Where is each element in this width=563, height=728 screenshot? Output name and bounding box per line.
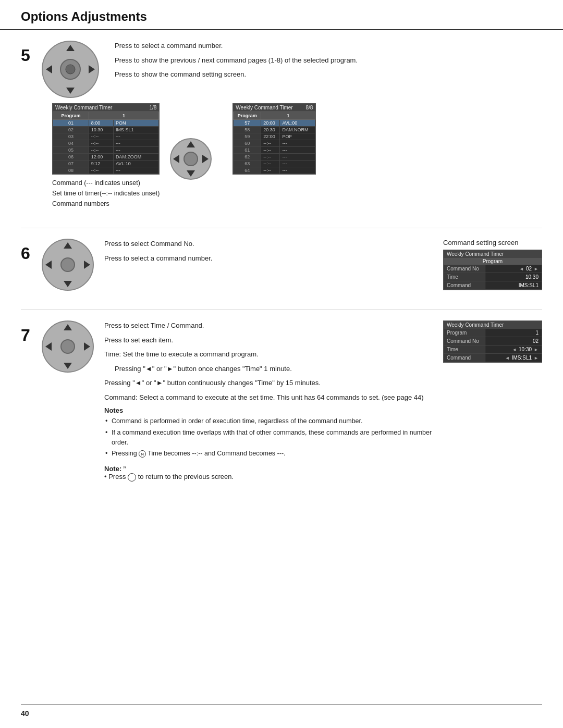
section-7: 7 Press to select Time / Command. Press … [21,320,542,482]
section-number-7: 7 [21,326,42,345]
dpad6-arrow-left [45,261,52,269]
section6-body: Press to select Command No. Press to sel… [42,239,542,291]
section5-top: Press to select a command number. Press … [42,41,542,98]
screen2-wrapper: Weekly Command Timer 8/8 Program 1 [232,103,316,209]
dpad-center-5 [60,59,81,80]
screen2-title: Weekly Command Timer [236,105,292,110]
page-footer: 40 [21,705,542,718]
cmd-screen-7: Weekly Command Timer Program 1 Command N… [443,320,542,363]
screen1-wrapper: Weekly Command Timer 1/8 Program 1 [52,103,160,209]
divider-6-7 [21,310,542,310]
nav-arrow-right [202,155,209,163]
note-3-text: Pressing N Time becomes --:-- and Comman… [112,450,286,457]
dpad6-arrow-down [64,281,72,287]
section6-right: Command setting screen Weekly Command Ti… [422,239,542,290]
dpad7-arrow-right [84,342,90,351]
nav-arrow-up [187,141,195,147]
arrow-left-5 [46,65,52,73]
cmd-screen7-program-value: 1 [485,329,542,337]
section7-callout1: Press to select Time / Command. [104,320,433,331]
notes-title: Notes [104,406,433,414]
cmd-screen6-row: Time10:30 [444,273,542,281]
cmd-screen7-program-row: Program 1 [444,329,542,337]
section5-screens: Weekly Command Timer 1/8 Program 1 [42,103,542,209]
section6-callout1: Press to select Command No. [104,239,422,249]
cmd-screen6-header: Weekly Command Timer [444,250,542,258]
dpad6-arrow-right [84,261,90,269]
section7-callout6: Command: Select a command to execute at … [104,392,433,403]
arrow-up-5 [66,45,75,51]
section7-callout5: Pressing "◄" or "►" button continuously … [104,378,433,388]
note-2: If a command execution time overlaps wit… [104,428,433,448]
annotation1: Command (--- indicates unset) [52,178,160,188]
screen1-table: Program 1 018:00PON0210:30IMS:SL103--:--… [53,112,159,174]
section7-callout3: Time: Set the time to execute a command … [104,349,433,360]
screen1-col-program: Program [53,112,89,120]
cmd-screen6-subheader: Program [444,258,542,265]
cmd-screen7-header: Weekly Command Timer [444,321,542,329]
annotation3: Command numbers [52,199,160,209]
page-title: Options Adjustments [21,9,542,24]
arrow-right-5 [89,65,95,73]
dpad7-arrow-up [64,324,72,330]
page-content: 5 [0,41,563,482]
dpad6-center [60,257,75,272]
section7-body: Press to select Time / Command. Press to… [42,320,542,482]
note-1-text: Command is performed in order of executi… [112,417,362,425]
cmd-setting-label: Command setting screen [443,239,542,246]
notes-block: Notes Command is performed in order of e… [104,406,433,459]
nav-dpad-wrapper [170,108,222,209]
section7-callout2: Press to set each item. [104,335,433,346]
screen2-page: 8/8 [305,105,313,110]
note-r-sup: R [124,465,127,473]
section6-callouts: Press to select Command No. Press to sel… [104,239,422,267]
nav-arrow-down [187,170,195,177]
dpad-graphic-5 [42,41,99,98]
cmd-screen7-rows: Command No02Time◄ 10:30 ►Command◄ IMS:SL… [444,337,542,362]
cmd-screen6-row: Command No◄ 02 ► [444,265,542,273]
note-r-block: Note: R [104,465,433,473]
note-1: Command is performed in order of executi… [104,416,433,426]
nav-dpad-center [183,152,198,166]
nav-dpad-graphic [170,138,212,180]
screen2-header: Weekly Command Timer 8/8 [233,104,315,112]
section-number-5: 5 [21,46,42,65]
page-number: 40 [21,709,29,718]
section5-callouts: Press to select a command number. Press … [115,41,542,84]
r-button-icon [128,473,136,482]
annotation2: Set time of timer(--:-- indicates unset) [52,188,160,199]
dpad-7 [42,320,94,373]
screen2-col-program: Program [234,112,261,120]
note-r-label: Note: [104,465,121,473]
section5-annotations: Command (--- indicates unset) Set time o… [52,178,160,209]
cmd-screen6-rows: Command No◄ 02 ►Time10:30CommandIMS:SL1 [444,265,542,290]
screen1-header: Weekly Command Timer 1/8 [53,104,159,112]
section-5: 5 [21,41,542,209]
note-2-text: If a command execution time overlaps wit… [112,429,432,446]
screen1-page: 1/8 [149,105,156,110]
dpad7-center [60,339,75,354]
svg-point-0 [66,65,75,74]
section5-content: Press to select a command number. Press … [42,41,542,209]
dpad6-arrow-up [64,242,72,249]
screen2-table: Program 1 5720:00AVL:005820:30DAM:NORM59… [233,112,315,174]
page-header: Options Adjustments [0,0,563,30]
section5-callout1: Press to select a command number. [115,41,542,51]
note-r-text: • Press to return to the previous screen… [104,473,433,482]
nav-dpad [170,138,212,180]
cmd-screen-6: Weekly Command Timer Program Command No◄… [443,250,542,290]
dpad-5 [42,41,99,98]
cmd-screen6-row: CommandIMS:SL1 [444,281,542,290]
screen1: Weekly Command Timer 1/8 Program 1 [52,103,160,175]
screen1-title: Weekly Command Timer [55,105,112,110]
notes-list: Command is performed in order of executi… [104,416,433,459]
section7-callout4: Pressing "◄" or "►" button once changes … [104,364,433,374]
cmd-screen7-row: Time◄ 10:30 ► [444,346,542,354]
screen1-col-1: 1 [89,112,159,120]
dpad-6 [42,239,94,291]
section7-screen-wrapper: Weekly Command Timer Program 1 Command N… [433,320,542,363]
dpad7-arrow-down [64,363,72,369]
n-button-icon: N [139,450,146,458]
section5-callout2: Press to show the previous / next comman… [115,55,542,66]
nav-arrow-left [173,155,179,163]
